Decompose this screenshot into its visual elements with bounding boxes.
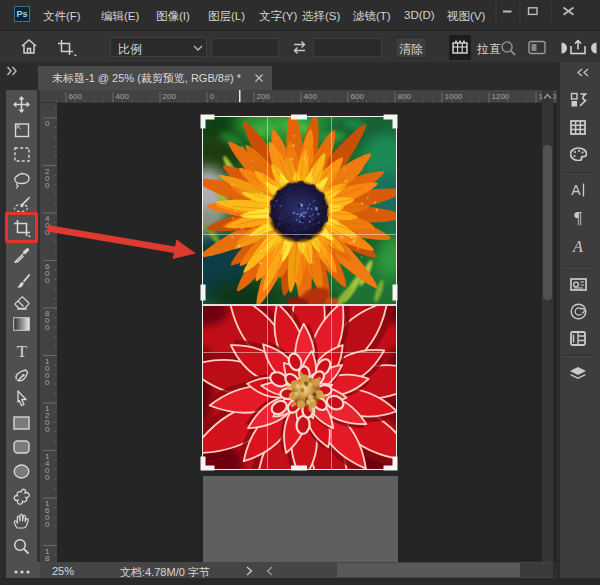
svg-text:T: T [16, 342, 27, 359]
svg-text:1800: 1800 [45, 547, 50, 563]
svg-text:¶: ¶ [574, 208, 582, 226]
svg-text:200: 200 [45, 167, 50, 190]
svg-text:800: 800 [45, 309, 50, 332]
svg-text:A: A [571, 182, 581, 198]
svg-text:400: 400 [116, 92, 130, 101]
svg-text:1200: 1200 [45, 404, 50, 434]
svg-text:200: 200 [257, 92, 271, 101]
svg-text:1200: 1200 [492, 92, 510, 101]
svg-text:1400: 1400 [45, 452, 50, 482]
svg-text:1600: 1600 [45, 499, 50, 529]
svg-text:A: A [572, 238, 583, 255]
svg-text:200: 200 [163, 92, 177, 101]
svg-text:600: 600 [69, 92, 83, 101]
svg-text:600: 600 [351, 92, 365, 101]
svg-text:400: 400 [304, 92, 318, 101]
svg-text:1000: 1000 [445, 92, 463, 101]
svg-text:0: 0 [45, 119, 50, 128]
svg-text:0: 0 [210, 92, 215, 101]
svg-text:600: 600 [45, 262, 50, 285]
svg-text:800: 800 [398, 92, 412, 101]
svg-text:1000: 1000 [45, 357, 50, 387]
